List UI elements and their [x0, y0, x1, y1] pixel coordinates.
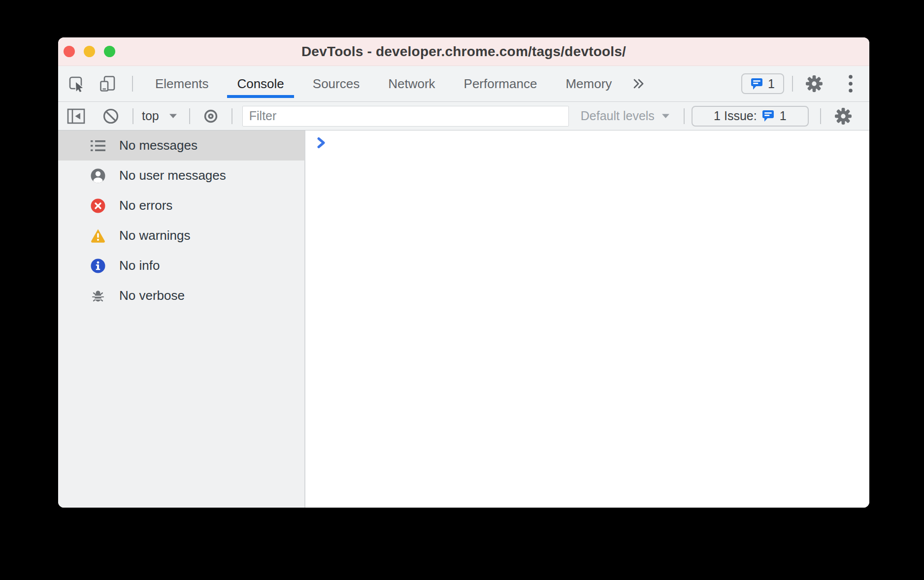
- issues-count-badge[interactable]: 1: [741, 73, 784, 94]
- error-icon: [91, 198, 105, 213]
- chevron-down-icon: [661, 113, 670, 119]
- devtools-window: DevTools - developer.chrome.com/tags/dev…: [58, 37, 869, 508]
- console-content: No messages No user messages: [58, 130, 869, 508]
- console-sidebar-toggle-icon[interactable]: [67, 108, 85, 124]
- main-tabbar: Elements Console Sources Network Perform…: [58, 66, 869, 102]
- divider: [792, 76, 793, 92]
- window-controls: [64, 37, 115, 65]
- issues-chat-icon: [751, 78, 763, 90]
- tab-sources[interactable]: Sources: [298, 66, 374, 101]
- list-icon: [91, 138, 105, 153]
- sidebar-item-all-messages[interactable]: No messages: [58, 130, 304, 161]
- console-sidebar: No messages No user messages: [58, 130, 305, 508]
- divider: [132, 76, 133, 92]
- panel-tabs: Elements Console Sources Network Perform…: [137, 66, 626, 101]
- sidebar-item-verbose[interactable]: No verbose: [58, 281, 304, 311]
- issue-summary-count: 1: [780, 109, 787, 123]
- verbose-bug-icon: [91, 289, 105, 303]
- tab-network[interactable]: Network: [374, 66, 449, 101]
- window-title: DevTools - developer.chrome.com/tags/dev…: [301, 44, 626, 60]
- info-icon: [91, 258, 105, 273]
- more-tabs-icon[interactable]: [631, 76, 646, 91]
- kebab-menu-icon[interactable]: [844, 75, 858, 93]
- tab-memory[interactable]: Memory: [551, 66, 626, 101]
- issues-count: 1: [768, 77, 775, 91]
- close-button[interactable]: [64, 46, 75, 57]
- issue-summary-label: 1 Issue:: [714, 109, 757, 123]
- sidebar-item-info[interactable]: No info: [58, 251, 304, 281]
- context-selector-dropdown[interactable]: top: [142, 109, 177, 123]
- warning-icon: [91, 228, 105, 243]
- device-toolbar-icon[interactable]: [99, 75, 116, 92]
- divider: [820, 108, 821, 124]
- eye-icon[interactable]: [202, 108, 220, 124]
- divider: [684, 108, 685, 124]
- divider: [189, 108, 190, 124]
- divider: [132, 108, 133, 124]
- minimize-button[interactable]: [84, 46, 95, 57]
- chevron-right-prompt-icon[interactable]: [317, 137, 326, 151]
- zoom-button[interactable]: [104, 46, 115, 57]
- log-levels-dropdown[interactable]: Default levels: [581, 109, 670, 123]
- divider: [231, 108, 232, 124]
- user-icon: [91, 168, 105, 183]
- tab-console[interactable]: Console: [223, 66, 298, 101]
- issues-chat-icon: [762, 110, 775, 122]
- sidebar-item-warnings[interactable]: No warnings: [58, 221, 304, 251]
- chevron-down-icon: [169, 113, 177, 119]
- issue-summary-badge[interactable]: 1 Issue: 1: [692, 106, 809, 127]
- sidebar-item-errors[interactable]: No errors: [58, 191, 304, 221]
- console-messages-area[interactable]: [305, 130, 869, 508]
- console-settings-gear-icon[interactable]: [834, 107, 852, 125]
- inspect-element-icon[interactable]: [68, 75, 85, 92]
- tab-elements[interactable]: Elements: [141, 66, 223, 101]
- titlebar: DevTools - developer.chrome.com/tags/dev…: [58, 37, 869, 66]
- console-toolbar: top Default levels 1 Issue:: [58, 102, 869, 130]
- sidebar-item-user-messages[interactable]: No user messages: [58, 161, 304, 191]
- tab-performance[interactable]: Performance: [450, 66, 552, 101]
- clear-console-icon[interactable]: [102, 107, 120, 125]
- filter-input[interactable]: [242, 106, 569, 127]
- settings-gear-icon[interactable]: [805, 75, 823, 93]
